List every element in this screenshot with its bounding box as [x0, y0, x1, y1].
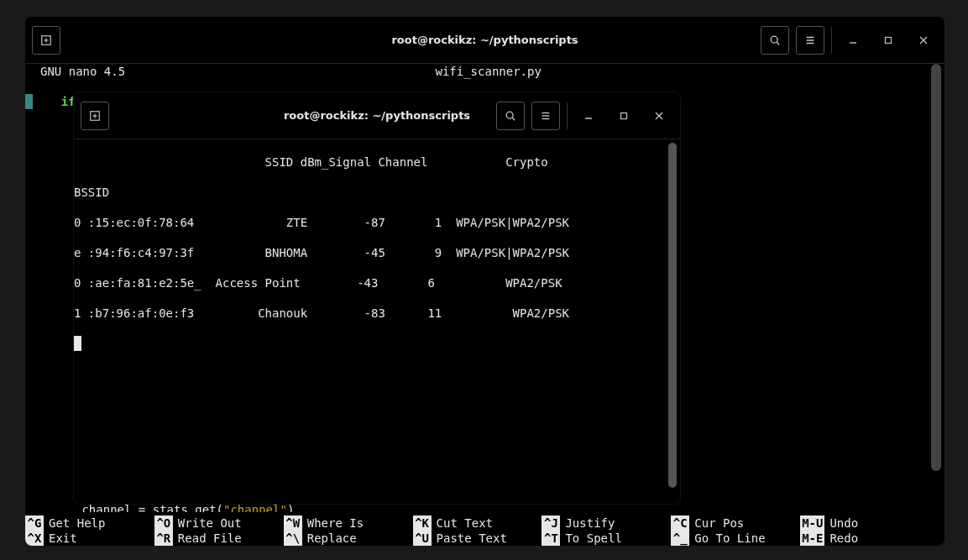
shortcut-key: ^J: [542, 516, 560, 531]
shortcut-label: Where Is: [302, 516, 364, 531]
inner-titlebar: root@rockikz: ~/pythonscripts: [74, 92, 680, 139]
shortcut-label: Replace: [302, 531, 357, 546]
outer-titlebar: root@rockikz: ~/pythonscripts: [25, 17, 944, 64]
shortcut-key: ^\: [284, 531, 302, 546]
shortcut-label: Undo: [824, 516, 858, 531]
terminal-window-inner: root@rockikz: ~/pythonscripts SSID: [74, 92, 680, 504]
svg-line-16: [512, 118, 515, 120]
nano-shortcut: ^JJustify: [542, 516, 671, 531]
nano-shortcut-bar: ^GGet Help^OWrite Out^WWhere Is^KCut Tex…: [25, 516, 929, 546]
shortcut-key: ^_: [671, 531, 689, 546]
nano-shortcut: ^OWrite Out: [154, 516, 284, 531]
shortcut-label: Cut Text: [432, 516, 493, 531]
inner-maximize-button[interactable]: [610, 102, 638, 130]
shortcut-key: ^X: [25, 531, 44, 546]
shortcut-label: Redo: [824, 531, 858, 546]
nano-shortcut: ^RRead File: [154, 531, 284, 546]
nano-shortcut: ^UPaste Text: [413, 531, 542, 546]
nano-shortcut: ^KCut Text: [413, 516, 542, 531]
table-row: 1 :b7:96:af:0e:f3 Chanouk -83 11 WPA2/PS…: [74, 306, 680, 321]
shortcut-key: ^T: [542, 531, 560, 546]
nano-shortcut: M-ERedo: [800, 531, 929, 546]
shortcut-label: Exit: [44, 531, 77, 546]
nano-filename: wifi_scanner.py: [435, 64, 541, 79]
nano-shortcut: ^CCur Pos: [671, 516, 800, 531]
editor-cursor: [25, 94, 33, 109]
shortcut-key: ^G: [25, 516, 44, 531]
svg-rect-21: [621, 113, 627, 118]
menu-button[interactable]: [796, 26, 824, 55]
shortcut-key: ^C: [671, 516, 689, 531]
table-row: 0 :15:ec:0f:78:64 ZTE -87 1 WPA/PSK|WPA2…: [74, 215, 680, 230]
inner-menu-button[interactable]: [531, 102, 560, 130]
nano-shortcut: ^GGet Help: [25, 516, 154, 531]
inner-scrollbar[interactable]: [668, 143, 677, 499]
nano-shortcut: M-UUndo: [800, 516, 929, 531]
shortcut-label: Get Help: [44, 516, 105, 531]
shortcut-label: To Spell: [560, 531, 621, 546]
shortcut-label: Go To Line: [689, 531, 765, 546]
inner-terminal-body[interactable]: SSID dBm_Signal Channel Crypto BSSID 0 :…: [74, 139, 680, 504]
nano-app-name: GNU nano 4.5: [40, 64, 125, 79]
maximize-button[interactable]: [874, 26, 903, 55]
table-row: 0 :ae:fa:81:e2:5e_ Access Point -43 6 WP…: [74, 275, 680, 290]
shortcut-key: ^U: [413, 531, 432, 546]
inner-close-button[interactable]: [645, 102, 673, 130]
shortcut-key: M-U: [800, 516, 824, 531]
shortcut-label: Paste Text: [432, 531, 507, 546]
minimize-button[interactable]: [839, 26, 867, 55]
nano-header: GNU nano 4.5 wifi_scanner.py: [25, 64, 944, 79]
shortcut-key: ^O: [154, 516, 173, 531]
shortcut-label: Cur Pos: [689, 516, 744, 531]
outer-scrollbar[interactable]: [931, 64, 941, 542]
shortcut-key: ^W: [284, 516, 302, 531]
svg-point-3: [771, 36, 777, 43]
divider: [831, 27, 832, 54]
outer-scroll-thumb[interactable]: [931, 64, 941, 471]
divider: [567, 102, 568, 129]
svg-point-15: [506, 112, 513, 118]
shortcut-label: Justify: [560, 516, 615, 531]
inner-new-tab-button[interactable]: [81, 102, 109, 130]
shortcut-label: Read File: [173, 531, 242, 546]
close-button[interactable]: [909, 26, 938, 55]
table-row: e :94:f6:c4:97:3f BNHOMA -45 9 WPA/PSK|W…: [74, 245, 680, 260]
inner-search-button[interactable]: [496, 102, 525, 130]
table-index-label: BSSID: [74, 185, 680, 200]
shortcut-key: ^K: [413, 516, 432, 531]
search-button[interactable]: [761, 26, 789, 55]
nano-shortcut: ^WWhere Is: [284, 516, 413, 531]
nano-shortcut: ^_Go To Line: [671, 531, 800, 546]
nano-shortcut: ^\Replace: [284, 531, 413, 546]
shortcut-key: M-E: [800, 531, 824, 546]
shortcut-key: ^R: [154, 531, 173, 546]
inner-cursor: [74, 336, 81, 351]
inner-minimize-button[interactable]: [574, 102, 603, 130]
svg-rect-9: [886, 37, 892, 43]
nano-shortcut: ^XExit: [25, 531, 154, 546]
shortcut-label: Write Out: [173, 516, 242, 531]
new-tab-button[interactable]: [32, 26, 60, 55]
table-header: SSID dBm_Signal Channel Crypto: [74, 154, 680, 170]
inner-scroll-thumb[interactable]: [668, 143, 677, 488]
nano-shortcut: ^TTo Spell: [542, 531, 671, 546]
svg-line-4: [777, 42, 779, 44]
